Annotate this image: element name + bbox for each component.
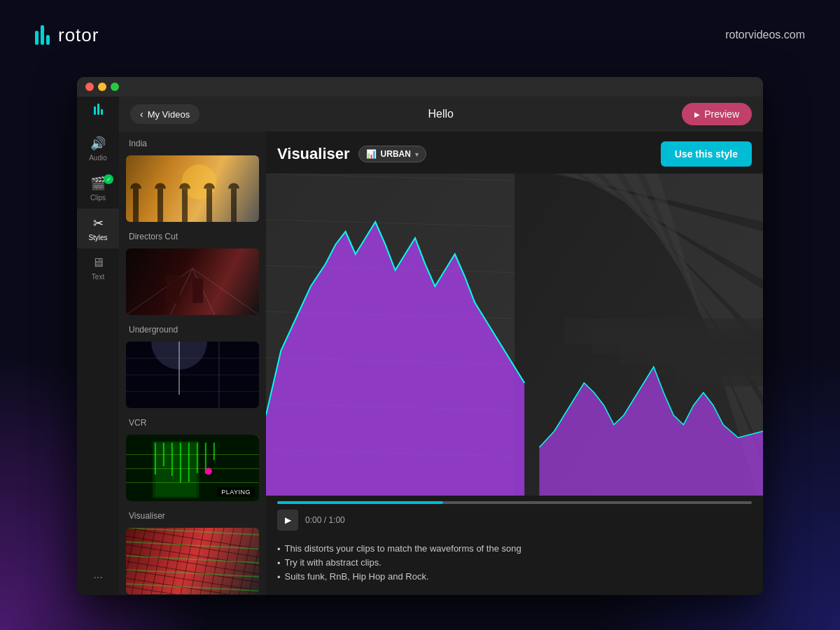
content-area: India Directors Cut Underground: [119, 132, 763, 595]
chrome-minimize[interactable]: [98, 83, 106, 91]
main-topbar: ‹ My Videos Hello ▶ Preview: [119, 97, 763, 132]
desc-text-3: Suits funk, RnB, Hip Hop and Rock.: [285, 571, 429, 582]
logo-bar-2: [41, 25, 44, 45]
section-label-vcr: VCR: [119, 411, 266, 432]
playing-badge: PLAYING: [217, 487, 255, 497]
bullet-3: •: [277, 572, 281, 582]
playback-controls: ▶ 0:00 / 1:00: [266, 496, 763, 536]
sidebar: 🔊 Audio 🎬 Clips ✓ ✂ Styles 🖥 Text ...: [77, 97, 119, 595]
preview-button-label: Preview: [704, 108, 739, 120]
controls-row: ▶ 0:00 / 1:00: [277, 510, 752, 531]
main-panel: ‹ My Videos Hello ▶ Preview India: [119, 97, 763, 595]
desc-text-2: Try it with abstract clips.: [285, 557, 382, 568]
top-header: rotor rotorvideos.com: [0, 0, 840, 70]
progress-bar-remaining: [443, 501, 752, 504]
visualiser-panel: Visualiser 📊 URBAN ▾ Use this style: [266, 132, 763, 595]
visualiser-title: Visualiser: [277, 145, 350, 163]
sidebar-item-styles[interactable]: ✂ Styles: [77, 209, 119, 248]
preview-button[interactable]: ▶ Preview: [682, 103, 752, 125]
desc-text-1: This distorts your clips to match the wa…: [285, 543, 522, 554]
chrome-maximize[interactable]: [111, 83, 119, 91]
visualiser-header: Visualiser 📊 URBAN ▾ Use this style: [266, 132, 763, 174]
sidebar-logo: [94, 104, 103, 115]
back-arrow-icon: ‹: [140, 108, 144, 120]
audio-icon: 🔊: [90, 136, 106, 151]
style-badge-text: URBAN: [381, 149, 411, 159]
sidebar-text-label: Text: [92, 273, 104, 281]
back-button[interactable]: ‹ My Videos: [130, 104, 200, 124]
visualiser-canvas: [266, 174, 763, 496]
time-display: 0:00 / 1:00: [305, 515, 345, 525]
sidebar-item-audio[interactable]: 🔊 Audio: [77, 129, 119, 169]
play-button[interactable]: ▶: [277, 510, 298, 531]
style-badge-arrow-icon: ▾: [415, 150, 419, 158]
desc-item-3: • Suits funk, RnB, Hip Hop and Rock.: [277, 571, 752, 582]
logo-bar-3: [46, 35, 50, 45]
sidebar-audio-label: Audio: [89, 154, 107, 162]
video-display: [266, 174, 763, 496]
current-time: 0:00: [305, 515, 321, 525]
sidebar-styles-label: Styles: [88, 234, 107, 241]
sidebar-item-text[interactable]: 🖥 Text: [77, 248, 119, 288]
style-thumbnail-vcr[interactable]: PLAYING: [126, 435, 259, 501]
preview-play-icon: ▶: [694, 111, 700, 118]
style-list-panel: India Directors Cut Underground: [119, 132, 266, 595]
logo-bar-1: [35, 31, 38, 45]
india-thumbnail-canvas: [126, 155, 259, 222]
clips-check-badge: ✓: [104, 174, 113, 184]
desc-item-2: • Try it with abstract clips.: [277, 557, 752, 568]
progress-bar[interactable]: [277, 501, 752, 504]
style-badge-dropdown[interactable]: 📊 URBAN ▾: [358, 146, 426, 162]
logo-icon: [35, 25, 50, 45]
sidebar-bottom: ...: [86, 561, 109, 588]
visualiser-title-area: Visualiser 📊 URBAN ▾: [277, 145, 426, 163]
style-thumbnail-underground[interactable]: [126, 342, 259, 408]
chrome-close[interactable]: [85, 83, 94, 91]
section-label-visualiser: Visualiser: [119, 504, 266, 525]
bullet-2: •: [277, 558, 281, 568]
topbar-title: Hello: [428, 108, 453, 120]
text-icon: 🖥: [92, 255, 104, 270]
style-thumbnail-directors[interactable]: [126, 248, 259, 315]
app-content: 🔊 Audio 🎬 Clips ✓ ✂ Styles 🖥 Text ...: [77, 97, 763, 595]
desc-item-1: • This distorts your clips to match the …: [277, 543, 752, 554]
style-thumbnail-last[interactable]: [126, 528, 259, 594]
logo-area: rotor: [35, 24, 99, 46]
section-label-india: India: [119, 132, 266, 153]
app-name: rotor: [58, 24, 99, 46]
sidebar-item-clips[interactable]: 🎬 Clips ✓: [77, 169, 119, 209]
site-url: rotorvideos.com: [725, 29, 805, 41]
bullet-1: •: [277, 544, 281, 554]
style-badge-icon: 📊: [366, 149, 377, 159]
total-time: 1:00: [328, 515, 344, 525]
use-style-button[interactable]: Use this style: [661, 141, 752, 167]
last-thumbnail-canvas: [126, 528, 259, 594]
app-window: 🔊 Audio 🎬 Clips ✓ ✂ Styles 🖥 Text ...: [77, 77, 763, 595]
underground-thumbnail-canvas: [126, 342, 259, 408]
sidebar-more-button[interactable]: ...: [86, 561, 109, 588]
directors-thumbnail-canvas: [126, 248, 259, 315]
styles-icon: ✂: [93, 216, 104, 231]
back-button-label: My Videos: [148, 109, 190, 120]
progress-bar-fill: [277, 501, 443, 504]
section-label-underground: Underground: [119, 318, 266, 339]
style-thumbnail-india[interactable]: [126, 155, 259, 222]
window-chrome: [77, 77, 763, 97]
sidebar-clips-label: Clips: [90, 194, 106, 202]
section-label-directors: Directors Cut: [119, 225, 266, 246]
description-area: • This distorts your clips to match the …: [266, 536, 763, 595]
